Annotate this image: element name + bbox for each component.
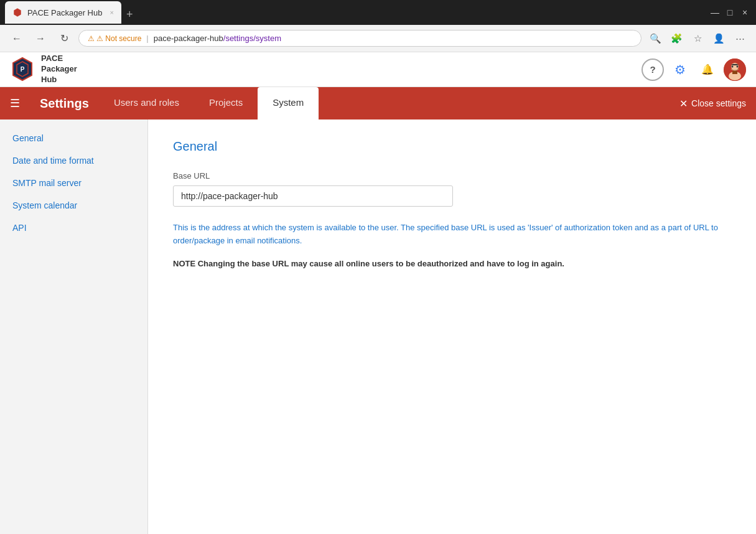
svg-marker-0 — [14, 8, 21, 17]
app-logo: P PACE Packager Hub — [10, 54, 77, 85]
tab-title: PACE Packager Hub — [27, 8, 102, 17]
sidebar: General Date and time format SMTP mail s… — [0, 119, 148, 534]
info-text: This is the address at which the system … — [173, 222, 721, 248]
extensions-icon[interactable]: 🧩 — [668, 30, 685, 47]
address-url: pace-packager-hub/settings/system — [154, 34, 281, 43]
close-button[interactable]: × — [739, 6, 751, 19]
sidebar-item-system-calendar[interactable]: System calendar — [0, 194, 147, 217]
sidebar-item-general[interactable]: General — [0, 127, 147, 149]
logo-text: PACE Packager Hub — [41, 54, 77, 85]
tab-close-button[interactable]: × — [110, 9, 113, 16]
tab-favicon-icon — [12, 7, 22, 17]
warning-icon: ⚠ — [88, 34, 95, 43]
svg-rect-7 — [732, 71, 737, 74]
security-warning: ⚠ ⚠ Not secure — [88, 34, 141, 43]
tab-users-roles[interactable]: Users and roles — [99, 87, 194, 119]
svg-point-8 — [732, 65, 734, 67]
svg-text:P: P — [21, 66, 25, 73]
new-tab-button[interactable]: + — [121, 6, 138, 24]
tab-system[interactable]: System — [258, 87, 319, 119]
help-button[interactable]: ? — [642, 59, 664, 81]
settings-title: Settings — [30, 87, 99, 119]
favorites-icon[interactable]: ☆ — [689, 30, 706, 47]
window-controls: — □ × — [709, 6, 751, 19]
sidebar-item-date-time[interactable]: Date and time format — [0, 149, 147, 172]
base-url-field: Base URL — [173, 171, 731, 207]
browser-tab-active[interactable]: PACE Packager Hub × — [5, 1, 121, 24]
refresh-button[interactable]: ↻ — [55, 29, 73, 48]
minimize-button[interactable]: — — [709, 6, 721, 19]
base-url-input[interactable] — [173, 185, 453, 207]
sidebar-item-api[interactable]: API — [0, 217, 147, 239]
notifications-button[interactable]: 🔔 — [696, 59, 719, 81]
tab-projects[interactable]: Projects — [194, 87, 258, 119]
section-title: General — [173, 139, 731, 154]
forward-button[interactable]: → — [31, 29, 50, 48]
search-browser-icon[interactable]: 🔍 — [646, 30, 664, 47]
back-button[interactable]: ← — [7, 29, 26, 48]
hamburger-menu-icon[interactable]: ☰ — [0, 87, 30, 119]
settings-bar-right: ✕ Close settings — [679, 87, 756, 119]
base-url-label: Base URL — [173, 171, 731, 180]
logo-icon: P — [10, 57, 35, 82]
sidebar-item-smtp[interactable]: SMTP mail server — [0, 172, 147, 194]
address-separator: | — [146, 34, 148, 43]
maximize-button[interactable]: □ — [724, 6, 736, 19]
more-options-icon[interactable]: ⋯ — [731, 30, 749, 47]
user-avatar[interactable] — [724, 59, 746, 81]
close-icon: ✕ — [679, 98, 688, 110]
settings-tabs: Users and roles Projects System — [99, 87, 319, 119]
app-header: P PACE Packager Hub ? ⚙ 🔔 — [0, 52, 756, 87]
settings-bar: ☰ Settings Users and roles Projects Syst… — [0, 87, 756, 119]
title-bar: PACE Packager Hub × + — □ × — [0, 0, 756, 25]
app-header-actions: ? ⚙ 🔔 — [642, 59, 746, 81]
content-panel: General Base URL This is the address at … — [148, 119, 756, 534]
settings-gear-button[interactable]: ⚙ — [669, 59, 691, 81]
address-actions: 🔍 🧩 ☆ 👤 ⋯ — [646, 30, 749, 47]
address-bar: ← → ↻ ⚠ ⚠ Not secure | pace-packager-hub… — [0, 25, 756, 52]
tab-bar: PACE Packager Hub × + — [5, 1, 704, 24]
address-input[interactable]: ⚠ ⚠ Not secure | pace-packager-hub/setti… — [78, 30, 642, 47]
close-settings-button[interactable]: ✕ Close settings — [679, 98, 746, 110]
svg-point-9 — [737, 65, 739, 67]
profile-icon[interactable]: 👤 — [710, 30, 727, 47]
avatar-image — [724, 59, 746, 81]
main-content: General Date and time format SMTP mail s… — [0, 119, 756, 534]
note-text: NOTE Changing the base URL may cause all… — [173, 258, 721, 271]
